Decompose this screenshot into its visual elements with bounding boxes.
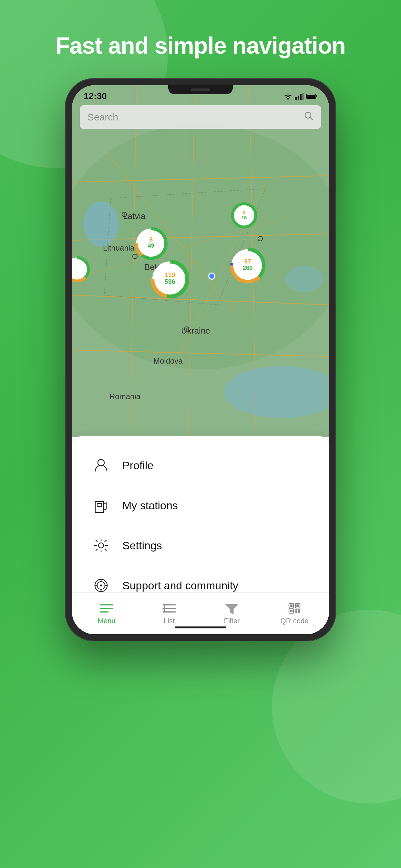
wifi-icon: [283, 93, 293, 100]
bottom-panel: Profile My stations: [72, 436, 329, 634]
signal-icon: [296, 93, 304, 100]
phone-frame: Latvia Lithuania Belarus Ukraine Moldova…: [65, 78, 336, 641]
svg-text:97: 97: [244, 258, 251, 265]
svg-point-12: [83, 202, 119, 247]
svg-point-24: [287, 98, 289, 100]
svg-rect-83: [298, 609, 300, 611]
search-icon: [304, 111, 313, 123]
svg-text:119: 119: [164, 271, 175, 278]
cluster-849[interactable]: 8 49: [133, 226, 169, 262]
search-placeholder: Search: [88, 112, 300, 123]
menu-support-label: Support and community: [122, 579, 238, 592]
svg-point-1: [72, 124, 329, 369]
svg-rect-25: [296, 97, 297, 100]
gas-station-icon: [91, 496, 111, 515]
svg-text:536: 536: [164, 278, 175, 285]
svg-rect-31: [307, 95, 315, 98]
svg-rect-79: [297, 604, 299, 607]
cluster-partial[interactable]: [72, 255, 91, 285]
menu-item-profile[interactable]: Profile: [72, 445, 329, 485]
home-indicator: [175, 626, 226, 628]
menu-profile-label: Profile: [122, 459, 153, 472]
menu-my-stations-label: My stations: [122, 499, 178, 512]
svg-rect-81: [290, 610, 292, 612]
search-bar[interactable]: Search: [80, 105, 321, 129]
svg-point-64: [100, 585, 102, 586]
nav-item-qr[interactable]: QR code: [263, 602, 326, 625]
cluster-119536[interactable]: 119 536: [149, 258, 191, 301]
svg-text:0: 0: [243, 209, 245, 215]
svg-rect-28: [302, 93, 304, 100]
svg-point-61: [98, 543, 104, 548]
svg-rect-59: [97, 503, 102, 507]
svg-line-33: [310, 118, 312, 120]
svg-rect-26: [298, 96, 299, 100]
svg-rect-82: [296, 609, 297, 611]
menu-nav-label: Menu: [97, 617, 115, 625]
menu-list: Profile My stations: [72, 442, 329, 609]
nav-item-list[interactable]: List: [138, 602, 201, 625]
nav-item-menu[interactable]: Menu: [75, 602, 138, 625]
status-time: 12:30: [84, 91, 107, 101]
cluster-97260[interactable]: 97 260: [228, 246, 267, 286]
svg-point-14: [285, 266, 324, 292]
status-bar: 12:30: [72, 85, 329, 104]
svg-text:15: 15: [242, 215, 247, 220]
filter-nav-icon: [223, 602, 240, 615]
svg-text:8: 8: [150, 237, 153, 243]
user-location-dot: [208, 273, 215, 280]
cluster-015[interactable]: 0 15: [229, 201, 258, 231]
menu-item-my-stations[interactable]: My stations: [72, 485, 329, 525]
filter-nav-label: Filter: [224, 617, 240, 625]
menu-item-settings[interactable]: Settings: [72, 525, 329, 565]
list-nav-icon: [161, 602, 178, 615]
page-title: Fast and simple navigation: [56, 32, 345, 59]
menu-nav-icon: [98, 602, 115, 615]
battery-icon: [306, 93, 317, 99]
svg-rect-27: [300, 94, 302, 100]
svg-rect-84: [296, 611, 297, 613]
phone-screen: Latvia Lithuania Belarus Ukraine Moldova…: [72, 85, 329, 634]
qr-nav-icon: [286, 602, 303, 615]
status-icons: [283, 93, 317, 100]
svg-text:49: 49: [148, 243, 154, 249]
svg-text:260: 260: [243, 265, 253, 271]
svg-rect-85: [298, 611, 300, 613]
profile-icon: [91, 456, 111, 475]
nav-item-filter[interactable]: Filter: [201, 602, 263, 625]
svg-rect-30: [316, 95, 317, 97]
map-view[interactable]: Latvia Lithuania Belarus Ukraine Moldova…: [72, 85, 329, 437]
list-nav-label: List: [164, 617, 175, 625]
qr-nav-label: QR code: [281, 617, 309, 625]
settings-icon: [91, 536, 111, 555]
svg-rect-77: [290, 604, 292, 607]
menu-settings-label: Settings: [122, 539, 162, 552]
